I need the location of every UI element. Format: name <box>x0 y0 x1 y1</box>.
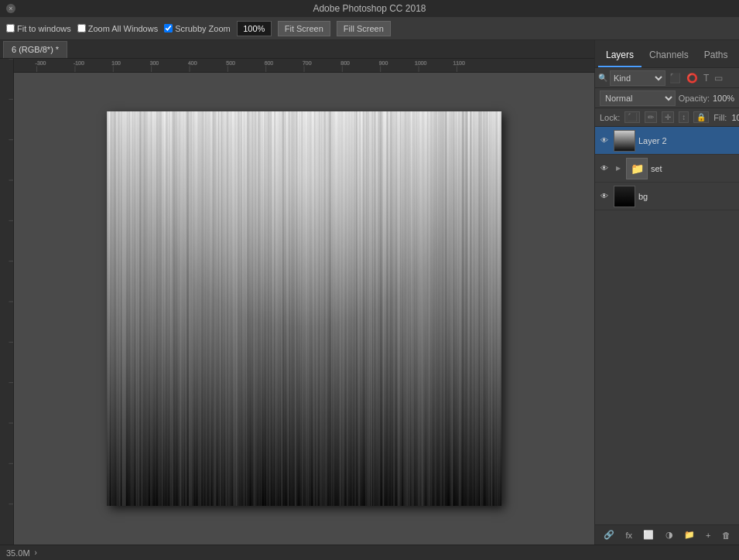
svg-text:-100: -100 <box>74 61 84 67</box>
layer-visibility-eye[interactable]: 👁 <box>598 135 611 147</box>
zoom-to-fit-option[interactable]: Fit to windows <box>6 24 71 33</box>
layer-kind-select[interactable]: Kind <box>610 70 665 86</box>
search-icon: 🔍 <box>598 73 607 82</box>
svg-text:1100: 1100 <box>453 61 465 67</box>
layer-thumb-canvas <box>614 186 635 207</box>
layer-name: bg <box>638 192 736 201</box>
zoom-to-fit-label: Fit to windows <box>17 24 71 33</box>
canvas-area: 6 (RGB/8*) * <box>0 40 594 545</box>
layer-visibility-eye[interactable]: 👁 <box>598 162 611 175</box>
fill-label: Fill: <box>713 113 727 122</box>
zoom-all-windows-checkbox[interactable] <box>77 24 86 32</box>
status-arrow-button[interactable]: › <box>35 548 37 557</box>
tab-channels[interactable]: Channels <box>641 44 696 67</box>
opacity-label: Opacity: <box>679 94 710 103</box>
canvas-tab[interactable]: 6 (RGB/8*) * <box>3 41 67 58</box>
tab-layers-label: Layers <box>606 50 634 60</box>
title-bar: × Adobe Photoshop CC 2018 <box>0 0 739 17</box>
panel-tabs: Layers Channels Paths <box>595 40 739 68</box>
layer-shape-icon[interactable]: ▭ <box>713 73 724 84</box>
svg-text:400: 400 <box>188 61 197 67</box>
layers-list: 👁 Layer 2 👁 ▶ 📁 set 👁 <box>595 127 739 524</box>
canvas-image <box>107 111 501 506</box>
ruler-h-wrapper: -300 -100 100 300 400 500 <box>14 59 594 545</box>
svg-text:300: 300 <box>150 61 159 67</box>
delete-layer-icon[interactable]: 🗑 <box>722 531 730 540</box>
scrubby-zoom-checkbox[interactable] <box>164 24 173 32</box>
layer-visibility-eye[interactable]: 👁 <box>598 190 611 203</box>
svg-text:800: 800 <box>340 61 350 67</box>
tab-paths-label: Paths <box>704 50 728 60</box>
layer-item[interactable]: 👁 ▶ 📁 set <box>595 155 739 183</box>
layer-adjust-icon[interactable]: ⭕ <box>685 73 700 84</box>
blend-mode-select[interactable]: Normal <box>600 90 676 106</box>
layer-pixel-icon[interactable]: ⬛ <box>668 73 683 84</box>
layer-thumbnail <box>614 186 635 207</box>
canvas-tab-label: 6 (RGB/8*) * <box>12 45 59 54</box>
folder-icon: 📁 <box>631 162 644 175</box>
lock-move-icon[interactable]: ✛ <box>662 111 674 123</box>
layer-style-icon[interactable]: fx <box>625 531 632 540</box>
layer-thumbnail <box>614 130 635 152</box>
app-title: Adobe Photoshop CC 2018 <box>313 3 426 14</box>
layer-thumb-canvas <box>614 131 635 151</box>
options-bar: Fit to windows Zoom All Windows Scrubby … <box>0 17 739 40</box>
svg-text:500: 500 <box>226 61 235 67</box>
canvas-viewport <box>14 73 594 545</box>
svg-text:900: 900 <box>379 61 388 67</box>
layer-name: Layer 2 <box>638 136 736 145</box>
new-layer-icon[interactable]: + <box>706 531 710 540</box>
layer-mask-icon[interactable]: ⬜ <box>643 530 654 540</box>
zoom-all-windows-option[interactable]: Zoom All Windows <box>77 24 158 33</box>
scrubby-zoom-label: Scrubby Zoom <box>175 24 231 33</box>
layer-expand-icon[interactable]: ▶ <box>614 164 623 173</box>
close-icon: × <box>9 5 12 12</box>
layer-group-thumb: 📁 <box>626 158 648 179</box>
blend-opacity-row: Normal Opacity: 100% <box>595 88 739 108</box>
svg-text:600: 600 <box>265 61 274 67</box>
vertical-ruler <box>0 59 14 545</box>
layer-filter-row: 🔍 Kind ⬛ ⭕ T ▭ <box>595 68 739 88</box>
zoom-all-windows-label: Zoom All Windows <box>88 24 158 33</box>
zoom-value-input[interactable]: 100% <box>237 21 272 36</box>
fill-screen-button[interactable]: Fill Screen <box>337 21 391 36</box>
layer-item[interactable]: 👁 bg <box>595 183 739 210</box>
tab-paths[interactable]: Paths <box>696 44 736 67</box>
zoom-to-fit-checkbox[interactable] <box>6 24 15 32</box>
fit-screen-button[interactable]: Fit Screen <box>278 21 330 36</box>
svg-text:100: 100 <box>111 61 121 67</box>
layer-text-icon[interactable]: T <box>702 73 710 84</box>
fill-value: 100% <box>731 113 739 122</box>
status-bar: 35.0M › <box>0 545 739 560</box>
lock-label: Lock: <box>600 113 620 122</box>
adjustment-layer-icon[interactable]: ◑ <box>665 530 673 540</box>
tab-bar: 6 (RGB/8*) * <box>0 40 594 59</box>
lock-artboard-icon[interactable]: ↕ <box>679 111 689 123</box>
horizontal-ruler: -300 -100 100 300 400 500 <box>14 59 594 73</box>
panels: Layers Channels Paths 🔍 Kind ⬛ ⭕ T ▭ Nor… <box>594 40 739 545</box>
doc-size: 35.0M <box>6 548 30 558</box>
panel-bottom-bar: 🔗 fx ⬜ ◑ 📁 + 🗑 <box>595 524 739 545</box>
opacity-value: 100% <box>713 94 734 103</box>
svg-text:-300: -300 <box>36 61 46 67</box>
layer-item[interactable]: 👁 Layer 2 <box>595 127 739 155</box>
svg-text:700: 700 <box>303 61 312 67</box>
close-button[interactable]: × <box>6 4 15 13</box>
link-layers-icon[interactable]: 🔗 <box>604 530 614 540</box>
main-canvas <box>107 111 501 506</box>
lock-fill-row: Lock: ⬛ ✏ ✛ ↕ 🔒 Fill: 100% <box>595 108 739 127</box>
new-group-icon[interactable]: 📁 <box>684 530 695 540</box>
lock-all-icon[interactable]: 🔒 <box>693 111 709 123</box>
ruler-container: -300 -100 100 300 400 500 <box>0 59 594 545</box>
tab-channels-label: Channels <box>649 50 689 60</box>
lock-position-icon[interactable]: ✏ <box>645 111 657 123</box>
tab-layers[interactable]: Layers <box>598 44 641 67</box>
layer-name: set <box>651 164 736 173</box>
lock-pixels-icon[interactable]: ⬛ <box>624 111 640 123</box>
scrubby-zoom-option[interactable]: Scrubby Zoom <box>164 24 231 33</box>
main-layout: 6 (RGB/8*) * <box>0 40 739 545</box>
svg-text:1000: 1000 <box>415 61 427 67</box>
